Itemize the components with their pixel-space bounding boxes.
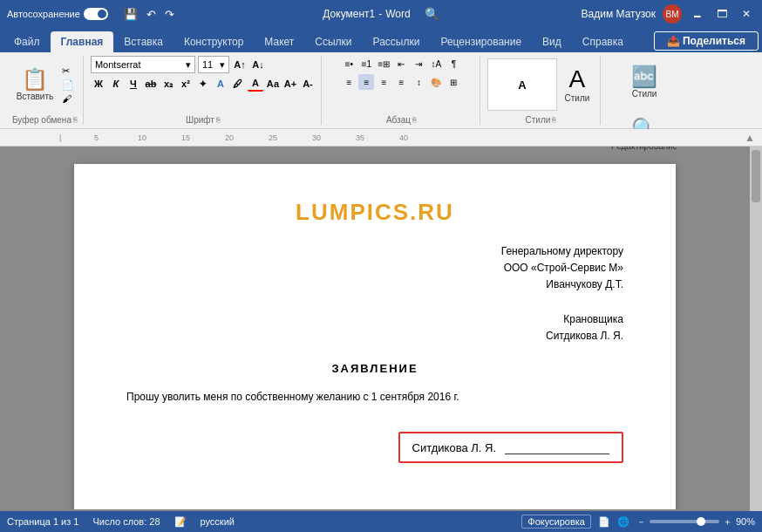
page-title: ЗАЯВЛЕНИЕ — [126, 362, 623, 375]
strikethrough-button[interactable]: аb — [143, 76, 159, 92]
signature-area: Ситдикова Л. Я. — [126, 432, 623, 463]
editing-content: 🔤 Стили — [627, 56, 662, 108]
bold-button[interactable]: Ж — [91, 76, 106, 92]
cut-icon: ✂ — [62, 65, 70, 77]
numbering-button[interactable]: ≡1 — [358, 56, 374, 72]
zoom-in-icon[interactable]: ＋ — [723, 515, 732, 529]
autosave-toggle[interactable] — [84, 8, 108, 20]
justify-button[interactable]: ≡ — [393, 74, 409, 90]
borders-button[interactable]: ⊞ — [446, 74, 461, 90]
view-print-icon[interactable]: 📄 — [598, 516, 610, 528]
focus-view-label[interactable]: Фокусировка — [521, 515, 591, 529]
redo-icon[interactable]: ↷ — [161, 6, 178, 23]
titlebar-center: Документ1 - Word 🔍 — [256, 7, 506, 21]
tab-file[interactable]: Файл — [3, 31, 51, 52]
clear-format-button[interactable]: ✦ — [195, 76, 211, 92]
styles-group-label: Стили ⎘ — [487, 115, 595, 125]
ruler-track: | 5 10 15 20 25 30 35 40 — [59, 129, 745, 146]
tab-view[interactable]: Вид — [532, 31, 572, 52]
format-painter-button[interactable]: 🖌 — [59, 92, 77, 105]
bullets-button[interactable]: ≡• — [341, 56, 357, 72]
styles-pane-button[interactable]: 🔤 Стили — [627, 56, 662, 108]
scrollbar-thumb[interactable] — [752, 150, 760, 202]
show-marks-button[interactable]: ¶ — [446, 56, 461, 72]
font-group: Montserrat▾ 11▾ A↑ A↓ Ж К Ч аb x₂ x² ✦ A… — [85, 56, 322, 125]
paragraph-label: Абзац ⎘ — [329, 115, 474, 125]
shading-button[interactable]: 🎨 — [428, 74, 444, 90]
paste-button[interactable]: 📋 Вставить — [13, 58, 57, 111]
styles-gallery[interactable]: A — [487, 58, 557, 111]
font-name-input[interactable]: Montserrat▾ — [91, 56, 195, 73]
paste-label: Вставить — [17, 92, 53, 101]
tab-design[interactable]: Конструктор — [173, 31, 254, 52]
sort-button[interactable]: ↕A — [428, 56, 444, 72]
align-right-button[interactable]: ≡ — [376, 74, 391, 90]
font-size-dec-button[interactable]: A- — [300, 76, 316, 92]
tab-layout[interactable]: Макет — [254, 31, 304, 52]
font-label: Шрифт ⎘ — [91, 115, 316, 125]
tab-mailings[interactable]: Рассылки — [363, 31, 431, 52]
ruler-expand-arrow[interactable]: ▲ — [745, 132, 755, 144]
share-button[interactable]: 📤 Поделиться — [654, 31, 759, 51]
undo-icon[interactable]: ↶ — [143, 6, 160, 23]
increase-indent-button[interactable]: ⇥ — [411, 56, 426, 72]
font-expand-icon[interactable]: ⎘ — [216, 116, 221, 124]
font-row1: Montserrat▾ 11▾ A↑ A↓ — [91, 56, 266, 73]
superscript-button[interactable]: x² — [178, 76, 194, 92]
page-address: Генеральному директору ООО «Строй-Сервис… — [126, 243, 623, 294]
zoom-control[interactable]: － ＋ 90% — [636, 515, 755, 529]
autosave-label: Автосохранение — [7, 9, 80, 19]
minimize-button[interactable]: 🗕 — [689, 5, 706, 23]
line-spacing-button[interactable]: ↕ — [411, 74, 426, 90]
document-name: Документ1 — [323, 8, 375, 20]
tab-references[interactable]: Ссылки — [304, 31, 362, 52]
tab-help[interactable]: Справка — [572, 31, 634, 52]
clipboard-expand-icon[interactable]: ⎘ — [73, 116, 78, 124]
zoom-slider[interactable] — [650, 520, 719, 523]
tab-review[interactable]: Рецензирование — [430, 31, 532, 52]
font-content: Montserrat▾ 11▾ A↑ A↓ Ж К Ч аb x₂ x² ✦ A… — [91, 56, 316, 113]
align-center-button[interactable]: ≡ — [358, 74, 374, 90]
page-from: Крановщика Ситдикова Л. Я. — [126, 311, 623, 344]
from-role: Крановщика — [126, 311, 623, 328]
statusbar: Страница 1 из 1 Число слов: 28 📝 русский… — [0, 511, 762, 532]
styles-expand-icon[interactable]: ⎘ — [552, 116, 556, 124]
font-shrink-button[interactable]: A↓ — [250, 57, 266, 72]
doc-area-wrapper: LUMPICS.RU Генеральному директору ООО «С… — [0, 147, 762, 511]
subscript-button[interactable]: x₂ — [160, 76, 176, 92]
tab-home[interactable]: Главная — [51, 31, 114, 52]
to-title: Генеральному директору — [126, 243, 623, 260]
decrease-indent-button[interactable]: ⇤ — [393, 56, 409, 72]
copy-button[interactable]: 📄 — [59, 78, 77, 92]
text-effects-button[interactable]: A — [213, 76, 228, 92]
ruler: | 5 10 15 20 25 30 35 40 ▲ — [0, 129, 762, 147]
signature-box: Ситдикова Л. Я. — [398, 432, 623, 463]
view-web-icon[interactable]: 🌐 — [617, 516, 629, 528]
close-button[interactable]: ✕ — [738, 5, 755, 23]
to-person: Иванчукову Д.Т. — [126, 276, 623, 293]
cut-button[interactable]: ✂ — [59, 65, 77, 78]
zoom-out-icon[interactable]: － — [636, 515, 646, 529]
font-size-input[interactable]: 11▾ — [198, 56, 229, 73]
save-icon[interactable]: 💾 — [120, 6, 141, 23]
font-grow-button[interactable]: A↑ — [232, 57, 248, 72]
from-person: Ситдикова Л. Я. — [126, 328, 623, 344]
maximize-button[interactable]: 🗖 — [713, 5, 731, 23]
font-color-button[interactable]: A — [248, 76, 263, 92]
search-icon[interactable]: 🔍 — [425, 7, 439, 21]
avatar: ВМ — [663, 4, 682, 24]
paragraph-expand-icon[interactable]: ⎘ — [412, 116, 417, 124]
font-size-inc-button[interactable]: A+ — [282, 76, 298, 92]
highlight-button[interactable]: 🖊 — [230, 76, 246, 92]
paste-icon: 📋 — [22, 69, 48, 90]
styles-label-btn[interactable]: A Стили — [560, 58, 595, 111]
styles-group: A A Стили Стили ⎘ — [482, 56, 601, 125]
clipboard-label: Буфер обмена ⎘ — [12, 115, 78, 125]
italic-button[interactable]: К — [108, 76, 124, 92]
tab-insert[interactable]: Вставка — [113, 31, 173, 52]
change-case-button[interactable]: Аа — [265, 76, 281, 92]
align-left-button[interactable]: ≡ — [341, 74, 357, 90]
vertical-scrollbar[interactable] — [750, 147, 762, 511]
multilevel-list-button[interactable]: ≡⊞ — [376, 56, 391, 72]
underline-button[interactable]: Ч — [126, 76, 141, 92]
